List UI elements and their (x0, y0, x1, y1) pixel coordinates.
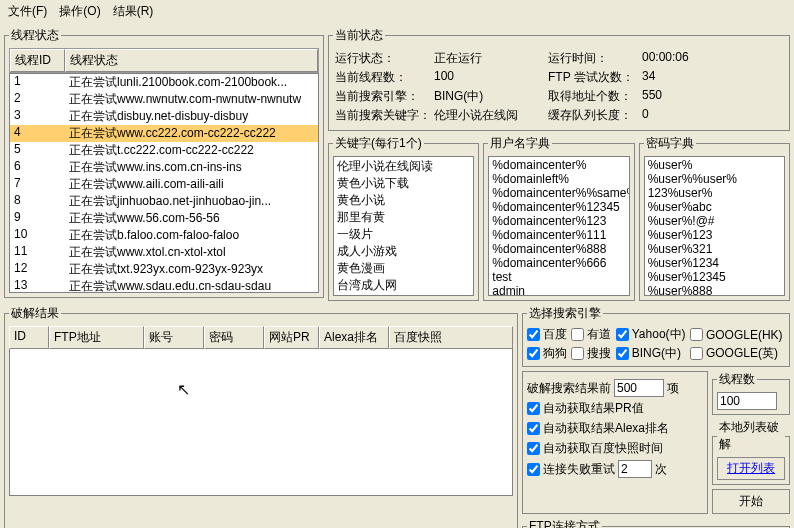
engine-youdao[interactable]: 有道 (571, 326, 613, 343)
list-item[interactable]: 黄色小说 (335, 192, 472, 209)
menu-result[interactable]: 结果(R) (113, 3, 154, 20)
retry-input[interactable] (618, 460, 652, 478)
list-item[interactable]: 黄色小说下载 (335, 175, 472, 192)
list-item[interactable]: %user% (646, 158, 783, 172)
table-row[interactable]: 11正在尝试www.xtol.cn-xtol-xtol (10, 244, 318, 261)
crack-results-legend: 破解结果 (9, 305, 61, 322)
table-row[interactable]: 5正在尝试t.cc222.com-cc222-cc222 (10, 142, 318, 159)
engine-soso-checkbox[interactable] (571, 347, 584, 360)
engine-bing[interactable]: BING(中) (616, 345, 688, 362)
col-pr[interactable]: 网站PR (264, 326, 319, 349)
engine-googlehk-checkbox[interactable] (690, 328, 703, 341)
auto-alexa-checkbox[interactable] (527, 422, 540, 435)
col-thread-state[interactable]: 线程状态 (65, 49, 318, 72)
retry-checkbox[interactable] (527, 463, 540, 476)
menu-op[interactable]: 操作(O) (59, 3, 100, 20)
auto-snap[interactable]: 自动获取百度快照时间 (527, 440, 703, 457)
list-item[interactable]: %user%123 (646, 228, 783, 242)
list-item[interactable]: %domaincenter%666 (490, 256, 627, 270)
list-item[interactable]: 那里有黄 (335, 209, 472, 226)
keyword-listbox[interactable]: 伦理小说在线阅读黄色小说下载黄色小说那里有黄一级片成人小游戏黄色漫画台湾成人网黄… (333, 156, 474, 296)
engine-youdao-checkbox[interactable] (571, 328, 584, 341)
ftp-mode-group: FTP连接方式 FTP被动模式 FTP主动模式 (522, 518, 790, 528)
list-item[interactable]: %user%!@# (646, 214, 783, 228)
list-item[interactable]: 黄色漫画 (335, 260, 472, 277)
table-row[interactable]: 9正在尝试www.56.com-56-56 (10, 210, 318, 227)
userdict-listbox[interactable]: %domaincenter%%domainleft%%domaincenter%… (488, 156, 629, 296)
table-row[interactable]: 13正在尝试www.sdau.edu.cn-sdau-sdau (10, 278, 318, 293)
list-item[interactable]: %domaincenter%111 (490, 228, 627, 242)
auto-alexa[interactable]: 自动获取结果Alexa排名 (527, 420, 703, 437)
crack-results-body[interactable] (9, 349, 513, 496)
col-id[interactable]: ID (9, 326, 49, 349)
engine-googlehk[interactable]: GOOGLE(HK) (690, 326, 785, 343)
engine-baidu-checkbox[interactable] (527, 328, 540, 341)
auto-pr[interactable]: 自动获取结果PR值 (527, 400, 703, 417)
list-item[interactable]: admin (490, 284, 627, 296)
list-item[interactable]: 123%user% (646, 186, 783, 200)
list-item[interactable]: %user%%user% (646, 172, 783, 186)
engine-yahoo-checkbox[interactable] (616, 328, 629, 341)
engine-googleen-checkbox[interactable] (690, 347, 703, 360)
table-row[interactable]: 4正在尝试www.cc222.com-cc222-cc222 (10, 125, 318, 142)
list-item[interactable]: %user%1234 (646, 256, 783, 270)
thread-list[interactable]: 1正在尝试lunli.2100book.com-2100book...2正在尝试… (9, 73, 319, 293)
cell-state: 正在尝试txt.923yx.com-923yx-923yx (65, 261, 318, 278)
open-list-link[interactable]: 打开列表 (727, 461, 775, 475)
list-item[interactable]: %domaincenter% (490, 158, 627, 172)
status-grid: 运行状态： 正在运行 运行时间： 00:00:06 当前线程数： 100 FTP… (333, 48, 785, 126)
list-item[interactable]: 一级片 (335, 226, 472, 243)
queue-value: 0 (642, 107, 783, 124)
engine-baidu[interactable]: 百度 (527, 326, 569, 343)
ftp-mode-legend: FTP连接方式 (527, 518, 602, 528)
auto-pr-checkbox[interactable] (527, 402, 540, 415)
list-item[interactable]: 黄色电影网站 (335, 294, 472, 296)
threadcount-input[interactable] (717, 392, 777, 410)
list-item[interactable]: 伦理小说在线阅读 (335, 158, 472, 175)
cell-state: 正在尝试www.56.com-56-56 (65, 210, 318, 227)
retry[interactable]: 连接失败重试 (527, 461, 615, 478)
col-pass[interactable]: 密码 (204, 326, 264, 349)
cell-state: 正在尝试b.faloo.com-faloo-faloo (65, 227, 318, 244)
col-thread-id[interactable]: 线程ID (10, 49, 65, 72)
table-row[interactable]: 12正在尝试txt.923yx.com-923yx-923yx (10, 261, 318, 278)
engine-googleen[interactable]: GOOGLE(英) (690, 345, 785, 362)
col-ftp[interactable]: FTP地址 (49, 326, 144, 349)
table-row[interactable]: 1正在尝试lunli.2100book.com-2100book... (10, 74, 318, 91)
before-input[interactable] (614, 379, 664, 397)
list-item[interactable]: test (490, 270, 627, 284)
engine-yahoo[interactable]: Yahoo(中) (616, 326, 688, 343)
list-item[interactable]: %user%12345 (646, 270, 783, 284)
list-item[interactable]: 台湾成人网 (335, 277, 472, 294)
cell-id: 9 (10, 210, 65, 227)
table-row[interactable]: 2正在尝试www.nwnutw.com-nwnutw-nwnutw (10, 91, 318, 108)
col-user[interactable]: 账号 (144, 326, 204, 349)
engine-sogou-checkbox[interactable] (527, 347, 540, 360)
passdict-listbox[interactable]: %user%%user%%user%123%user%%user%abc%use… (644, 156, 785, 296)
engine-sogou[interactable]: 狗狗 (527, 345, 569, 362)
cell-id: 1 (10, 74, 65, 91)
table-row[interactable]: 3正在尝试disbuy.net-disbuy-disbuy (10, 108, 318, 125)
table-row[interactable]: 7正在尝试www.aili.com-aili-aili (10, 176, 318, 193)
col-alexa[interactable]: Alexa排名 (319, 326, 389, 349)
list-item[interactable]: %domaincenter%888 (490, 242, 627, 256)
list-item[interactable]: %user%888 (646, 284, 783, 296)
list-item[interactable]: %domaincenter%123 (490, 214, 627, 228)
list-item[interactable]: %user%321 (646, 242, 783, 256)
auto-snap-checkbox[interactable] (527, 442, 540, 455)
table-row[interactable]: 8正在尝试jinhuobao.net-jinhuobao-jin... (10, 193, 318, 210)
engine-bing-checkbox[interactable] (616, 347, 629, 360)
list-item[interactable]: %domainleft% (490, 172, 627, 186)
table-row[interactable]: 10正在尝试b.faloo.com-faloo-faloo (10, 227, 318, 244)
cell-id: 11 (10, 244, 65, 261)
list-item[interactable]: %domaincenter%%same% (490, 186, 627, 200)
list-item[interactable]: %user%abc (646, 200, 783, 214)
table-row[interactable]: 6正在尝试www.ins.com.cn-ins-ins (10, 159, 318, 176)
engine-soso[interactable]: 搜搜 (571, 345, 613, 362)
menu-file[interactable]: 文件(F) (8, 3, 47, 20)
cell-state: 正在尝试t.cc222.com-cc222-cc222 (65, 142, 318, 159)
col-snap[interactable]: 百度快照 (389, 326, 513, 349)
list-item[interactable]: %domaincenter%12345 (490, 200, 627, 214)
list-item[interactable]: 成人小游戏 (335, 243, 472, 260)
start-button[interactable]: 开始 (712, 489, 790, 514)
